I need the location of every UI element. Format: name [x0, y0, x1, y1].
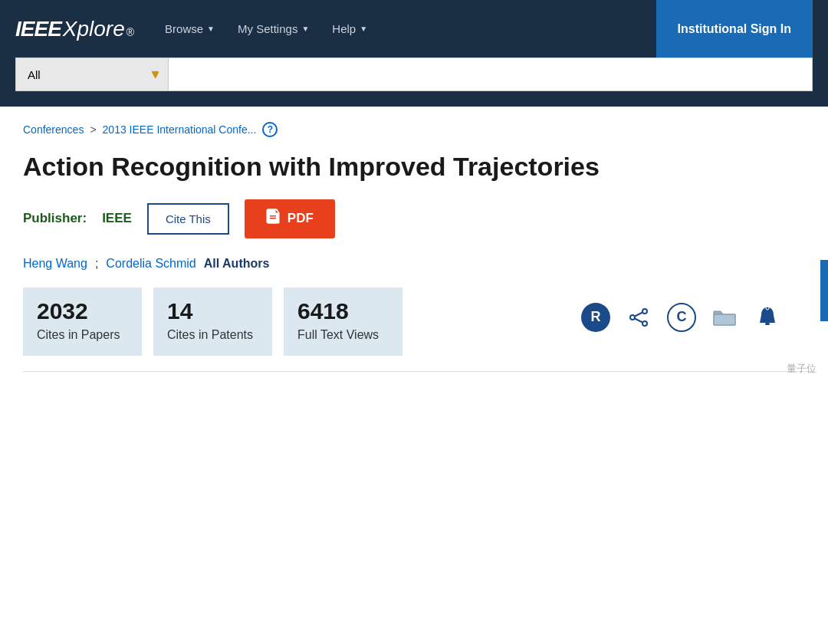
full-text-views-box: 6418 Full Text Views	[284, 288, 402, 356]
logo-xplore: Xplore	[63, 17, 125, 41]
browse-nav[interactable]: Browse ▼	[165, 22, 215, 35]
breadcrumb-conference[interactable]: 2013 IEEE International Confe...	[103, 123, 257, 136]
logo-ieee: IEEE	[15, 17, 61, 41]
my-settings-chevron-icon: ▼	[301, 25, 309, 33]
stats-row: 2032 Cites in Papers 14 Cites in Patents…	[23, 288, 402, 356]
full-text-views-number: 6418	[297, 300, 389, 323]
svg-rect-2	[270, 218, 276, 219]
pdf-label: PDF	[288, 211, 314, 226]
copyright-symbol: C	[677, 309, 687, 325]
main-content: Conferences > 2013 IEEE International Co…	[0, 107, 828, 387]
site-header: IEEE Xplore ® Browse ▼ My Settings ▼ Hel…	[0, 0, 828, 58]
logo-reg: ®	[127, 26, 134, 38]
pdf-icon	[266, 209, 281, 229]
svg-point-5	[630, 315, 635, 320]
sign-in-button[interactable]: Institutional Sign In	[656, 0, 813, 58]
folder-icon[interactable]	[710, 303, 739, 332]
cite-this-button[interactable]: Cite This	[147, 203, 229, 235]
bell-icon[interactable]	[753, 303, 782, 332]
search-select-wrap: All All Metadata Full Text & Metadata Pu…	[15, 58, 169, 91]
cites-in-patents-box: 14 Cites in Patents	[153, 288, 272, 356]
cites-in-patents-label: Cites in Patents	[167, 327, 258, 343]
publisher-label: Publisher:	[23, 211, 87, 226]
cites-in-patents-number: 14	[167, 300, 258, 323]
content-area: Conferences > 2013 IEEE International Co…	[0, 107, 828, 387]
share-icon[interactable]	[624, 303, 653, 332]
author-separator: ;	[95, 257, 98, 271]
browse-chevron-icon: ▼	[207, 25, 215, 33]
search-input[interactable]	[169, 58, 813, 91]
right-edge-bar	[820, 260, 828, 321]
watermark: 量子位	[787, 362, 816, 376]
author-heng-wang[interactable]: Heng Wang	[23, 257, 87, 271]
svg-line-7	[635, 318, 642, 322]
paper-title: Action Recognition with Improved Traject…	[23, 151, 675, 182]
svg-point-4	[642, 321, 647, 326]
cites-in-papers-label: Cites in Papers	[37, 327, 128, 343]
help-icon[interactable]: ?	[262, 122, 278, 137]
action-icons: R C	[581, 303, 782, 332]
search-category-select[interactable]: All All Metadata Full Text & Metadata Pu…	[15, 58, 169, 91]
publisher-row: Publisher: IEEE Cite This PDF	[23, 199, 813, 238]
main-nav: Browse ▼ My Settings ▼ Help ▼	[165, 22, 656, 35]
breadcrumb: Conferences > 2013 IEEE International Co…	[23, 122, 813, 137]
svg-point-9	[766, 307, 769, 310]
help-nav[interactable]: Help ▼	[332, 22, 367, 35]
all-authors-link[interactable]: All Authors	[204, 257, 270, 271]
cites-in-papers-number: 2032	[37, 300, 128, 323]
breadcrumb-separator: >	[90, 123, 96, 136]
svg-point-3	[642, 309, 647, 314]
svg-rect-1	[270, 215, 276, 217]
full-text-views-label: Full Text Views	[297, 327, 389, 343]
mendeley-icon[interactable]: R	[581, 303, 610, 332]
search-area: All All Metadata Full Text & Metadata Pu…	[0, 58, 828, 107]
author-cordelia-schmid[interactable]: Cordelia Schmid	[106, 257, 196, 271]
cites-in-papers-box: 2032 Cites in Papers	[23, 288, 142, 356]
bottom-border	[23, 371, 813, 372]
pdf-button[interactable]: PDF	[245, 199, 335, 238]
r-icon-label: R	[591, 309, 601, 325]
svg-rect-8	[765, 323, 770, 325]
authors-row: Heng Wang ; Cordelia Schmid All Authors	[23, 257, 813, 271]
breadcrumb-conferences[interactable]: Conferences	[23, 123, 84, 136]
logo: IEEE Xplore ®	[15, 17, 134, 41]
help-chevron-icon: ▼	[360, 25, 367, 33]
my-settings-nav[interactable]: My Settings ▼	[238, 22, 309, 35]
publisher-name: IEEE	[102, 211, 132, 226]
svg-line-6	[635, 312, 642, 316]
copyright-icon[interactable]: C	[667, 303, 696, 332]
